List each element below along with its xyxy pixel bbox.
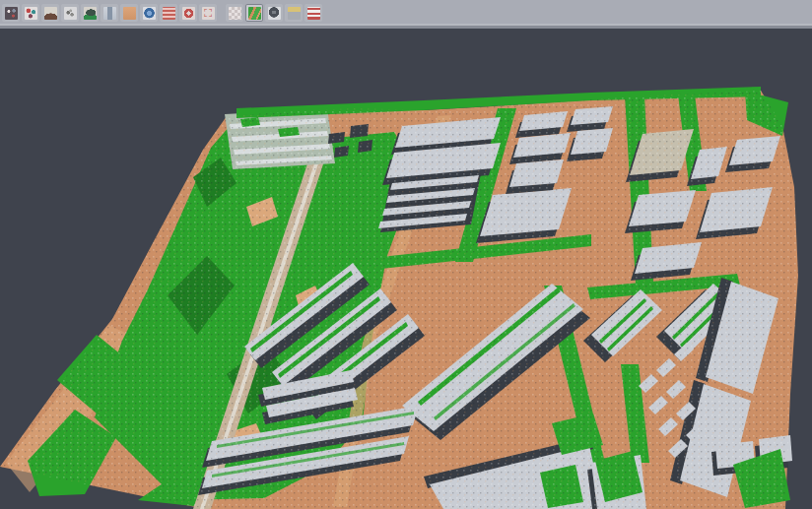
dem-layers-button[interactable] <box>285 4 303 22</box>
terrain-brown-button[interactable] <box>41 4 59 22</box>
points-intensity-button[interactable] <box>2 4 20 22</box>
building-column-button[interactable] <box>101 4 118 22</box>
points-intensity-icon <box>5 7 18 20</box>
clip-box-icon: ⛶ <box>202 7 215 20</box>
classification-map-icon <box>248 7 261 20</box>
point-noise-overlay <box>0 0 812 509</box>
point-cloud-scene <box>0 0 812 509</box>
target-circle-icon <box>182 7 195 20</box>
classification-map-button[interactable] <box>245 4 263 22</box>
terrain-vegetation-button[interactable] <box>81 4 99 22</box>
points-sparse-button[interactable] <box>61 4 79 22</box>
globe-3d-button[interactable] <box>140 4 158 22</box>
points-classified-button[interactable] <box>22 4 39 22</box>
toolbar: ⛶ <box>0 0 812 24</box>
dem-layers-icon <box>288 7 301 20</box>
target-circle-button[interactable] <box>179 4 197 22</box>
terrain-brown-icon <box>44 7 57 20</box>
contour-stripes-icon <box>307 7 320 20</box>
texture-checker-icon <box>229 7 241 20</box>
orthophoto-button[interactable] <box>120 4 138 22</box>
texture-checker-button[interactable] <box>226 4 243 22</box>
terrain-vegetation-icon <box>84 7 97 20</box>
viewport-3d[interactable] <box>0 0 812 509</box>
profile-stripes-button[interactable] <box>160 4 177 22</box>
contour-stripes-button[interactable] <box>304 4 322 22</box>
shaded-sphere-icon <box>268 7 281 20</box>
profile-stripes-icon <box>163 7 175 20</box>
building-column-icon <box>103 7 116 20</box>
globe-3d-icon <box>143 7 156 20</box>
toolbar-wrap: ⛶ <box>0 0 812 29</box>
orthophoto-icon <box>123 7 136 20</box>
toolbar-separator <box>219 4 224 22</box>
points-classified-icon <box>25 7 37 20</box>
clip-box-button[interactable]: ⛶ <box>199 4 217 22</box>
points-sparse-icon <box>64 7 77 20</box>
shaded-sphere-button[interactable] <box>265 4 283 22</box>
